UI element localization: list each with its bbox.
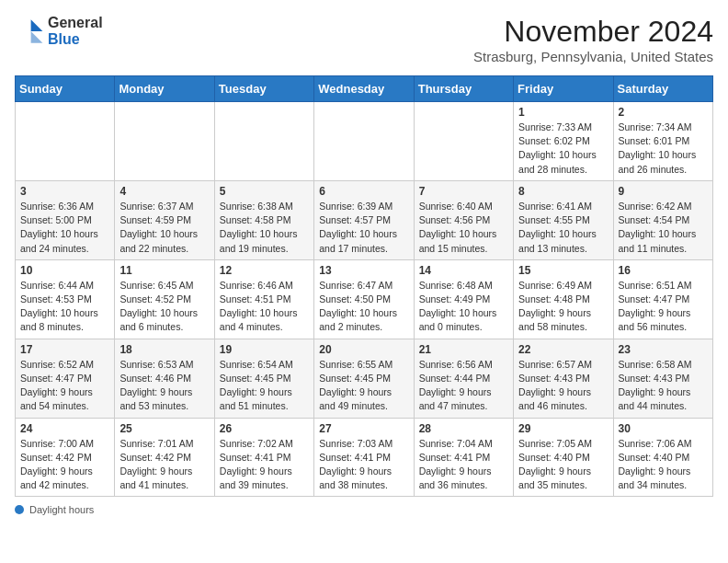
footer: Daylight hours <box>15 504 713 515</box>
day-info: Sunrise: 6:38 AM Sunset: 4:58 PM Dayligh… <box>220 200 309 256</box>
calendar-cell: 17Sunrise: 6:52 AM Sunset: 4:47 PM Dayli… <box>16 339 115 418</box>
calendar-cell: 8Sunrise: 6:41 AM Sunset: 4:55 PM Daylig… <box>514 180 613 259</box>
day-number: 3 <box>20 185 109 198</box>
day-number: 6 <box>319 185 408 198</box>
calendar-week-row: 1Sunrise: 7:33 AM Sunset: 6:02 PM Daylig… <box>16 102 713 181</box>
day-number: 17 <box>20 343 109 356</box>
day-info: Sunrise: 6:57 AM Sunset: 4:43 PM Dayligh… <box>518 358 608 414</box>
month-title: November 2024 <box>473 15 713 49</box>
day-info: Sunrise: 6:39 AM Sunset: 4:57 PM Dayligh… <box>319 200 408 256</box>
day-number: 21 <box>419 343 508 356</box>
location-title: Strasburg, Pennsylvania, United States <box>473 49 713 64</box>
day-info: Sunrise: 6:51 AM Sunset: 4:47 PM Dayligh… <box>619 279 708 335</box>
svg-marker-1 <box>31 31 43 43</box>
day-number: 12 <box>220 264 309 277</box>
calendar-cell: 4Sunrise: 6:37 AM Sunset: 4:59 PM Daylig… <box>115 180 214 259</box>
day-info: Sunrise: 7:01 AM Sunset: 4:42 PM Dayligh… <box>119 437 209 493</box>
calendar-cell: 13Sunrise: 6:47 AM Sunset: 4:50 PM Dayli… <box>314 259 414 339</box>
calendar-table: SundayMondayTuesdayWednesdayThursdayFrid… <box>15 75 713 497</box>
weekday-header: SundayMondayTuesdayWednesdayThursdayFrid… <box>16 76 713 102</box>
day-info: Sunrise: 7:06 AM Sunset: 4:40 PM Dayligh… <box>619 437 708 493</box>
calendar-cell: 25Sunrise: 7:01 AM Sunset: 4:42 PM Dayli… <box>115 418 214 497</box>
day-number: 9 <box>619 185 708 198</box>
day-number: 15 <box>518 264 608 277</box>
day-info: Sunrise: 7:04 AM Sunset: 4:41 PM Dayligh… <box>419 437 508 493</box>
calendar-cell: 11Sunrise: 6:45 AM Sunset: 4:52 PM Dayli… <box>115 259 214 339</box>
day-info: Sunrise: 6:42 AM Sunset: 4:54 PM Dayligh… <box>619 200 708 256</box>
logo-text: General Blue <box>48 15 103 47</box>
weekday-header-cell: Monday <box>115 76 214 102</box>
weekday-header-cell: Saturday <box>613 76 712 102</box>
weekday-header-cell: Sunday <box>16 76 115 102</box>
day-number: 11 <box>119 264 209 277</box>
calendar-cell: 15Sunrise: 6:49 AM Sunset: 4:48 PM Dayli… <box>514 259 613 339</box>
weekday-header-cell: Friday <box>514 76 613 102</box>
day-number: 5 <box>220 185 309 198</box>
calendar-week-row: 10Sunrise: 6:44 AM Sunset: 4:53 PM Dayli… <box>16 259 713 339</box>
logo-general: General <box>48 15 103 31</box>
calendar-cell: 29Sunrise: 7:05 AM Sunset: 4:40 PM Dayli… <box>514 418 613 497</box>
day-info: Sunrise: 6:52 AM Sunset: 4:47 PM Dayligh… <box>20 358 109 414</box>
calendar-cell: 1Sunrise: 7:33 AM Sunset: 6:02 PM Daylig… <box>514 102 613 181</box>
calendar-cell: 3Sunrise: 6:36 AM Sunset: 5:00 PM Daylig… <box>16 180 115 259</box>
calendar-cell <box>314 102 414 181</box>
day-number: 30 <box>619 422 708 435</box>
calendar-cell: 28Sunrise: 7:04 AM Sunset: 4:41 PM Dayli… <box>414 418 513 497</box>
day-info: Sunrise: 6:55 AM Sunset: 4:45 PM Dayligh… <box>319 358 408 414</box>
day-info: Sunrise: 6:54 AM Sunset: 4:45 PM Dayligh… <box>220 358 309 414</box>
weekday-header-cell: Wednesday <box>314 76 414 102</box>
calendar-week-row: 3Sunrise: 6:36 AM Sunset: 5:00 PM Daylig… <box>16 180 713 259</box>
day-number: 8 <box>518 185 608 198</box>
day-info: Sunrise: 6:36 AM Sunset: 5:00 PM Dayligh… <box>20 200 109 256</box>
day-number: 20 <box>319 343 408 356</box>
day-number: 4 <box>119 185 209 198</box>
day-number: 2 <box>619 106 708 119</box>
calendar-cell: 2Sunrise: 7:34 AM Sunset: 6:01 PM Daylig… <box>613 102 712 181</box>
calendar-cell <box>214 102 313 181</box>
day-number: 18 <box>119 343 209 356</box>
day-number: 10 <box>20 264 109 277</box>
calendar-cell: 6Sunrise: 6:39 AM Sunset: 4:57 PM Daylig… <box>314 180 414 259</box>
calendar-cell <box>115 102 214 181</box>
logo: General Blue <box>15 15 103 47</box>
day-info: Sunrise: 7:33 AM Sunset: 6:02 PM Dayligh… <box>518 121 608 177</box>
footer-dot <box>15 505 24 514</box>
calendar-week-row: 17Sunrise: 6:52 AM Sunset: 4:47 PM Dayli… <box>16 339 713 418</box>
weekday-header-cell: Tuesday <box>214 76 313 102</box>
day-info: Sunrise: 6:44 AM Sunset: 4:53 PM Dayligh… <box>20 279 109 335</box>
day-number: 22 <box>518 343 608 356</box>
day-number: 7 <box>419 185 508 198</box>
calendar-cell: 16Sunrise: 6:51 AM Sunset: 4:47 PM Dayli… <box>613 259 712 339</box>
calendar-cell: 19Sunrise: 6:54 AM Sunset: 4:45 PM Dayli… <box>214 339 313 418</box>
day-number: 23 <box>619 343 708 356</box>
calendar-cell: 22Sunrise: 6:57 AM Sunset: 4:43 PM Dayli… <box>514 339 613 418</box>
logo-icon <box>15 17 44 46</box>
day-info: Sunrise: 6:56 AM Sunset: 4:44 PM Dayligh… <box>419 358 508 414</box>
day-number: 26 <box>220 422 309 435</box>
svg-marker-0 <box>31 19 43 31</box>
day-number: 1 <box>518 106 608 119</box>
day-info: Sunrise: 6:41 AM Sunset: 4:55 PM Dayligh… <box>518 200 608 256</box>
day-info: Sunrise: 7:02 AM Sunset: 4:41 PM Dayligh… <box>220 437 309 493</box>
day-info: Sunrise: 6:53 AM Sunset: 4:46 PM Dayligh… <box>119 358 209 414</box>
day-number: 29 <box>518 422 608 435</box>
calendar-body: 1Sunrise: 7:33 AM Sunset: 6:02 PM Daylig… <box>16 102 713 497</box>
day-number: 27 <box>319 422 408 435</box>
daylight-label: Daylight hours <box>29 504 94 515</box>
day-info: Sunrise: 6:58 AM Sunset: 4:43 PM Dayligh… <box>619 358 708 414</box>
day-info: Sunrise: 6:48 AM Sunset: 4:49 PM Dayligh… <box>419 279 508 335</box>
day-info: Sunrise: 6:40 AM Sunset: 4:56 PM Dayligh… <box>419 200 508 256</box>
calendar-cell: 9Sunrise: 6:42 AM Sunset: 4:54 PM Daylig… <box>613 180 712 259</box>
calendar-cell: 14Sunrise: 6:48 AM Sunset: 4:49 PM Dayli… <box>414 259 513 339</box>
day-number: 19 <box>220 343 309 356</box>
day-info: Sunrise: 7:34 AM Sunset: 6:01 PM Dayligh… <box>619 121 708 177</box>
day-number: 24 <box>20 422 109 435</box>
calendar-cell: 27Sunrise: 7:03 AM Sunset: 4:41 PM Dayli… <box>314 418 414 497</box>
day-number: 14 <box>419 264 508 277</box>
calendar-cell: 24Sunrise: 7:00 AM Sunset: 4:42 PM Dayli… <box>16 418 115 497</box>
header: General Blue November 2024 Strasburg, Pe… <box>15 15 713 64</box>
calendar-cell <box>16 102 115 181</box>
calendar-cell: 5Sunrise: 6:38 AM Sunset: 4:58 PM Daylig… <box>214 180 313 259</box>
day-info: Sunrise: 7:03 AM Sunset: 4:41 PM Dayligh… <box>319 437 408 493</box>
calendar-cell: 26Sunrise: 7:02 AM Sunset: 4:41 PM Dayli… <box>214 418 313 497</box>
